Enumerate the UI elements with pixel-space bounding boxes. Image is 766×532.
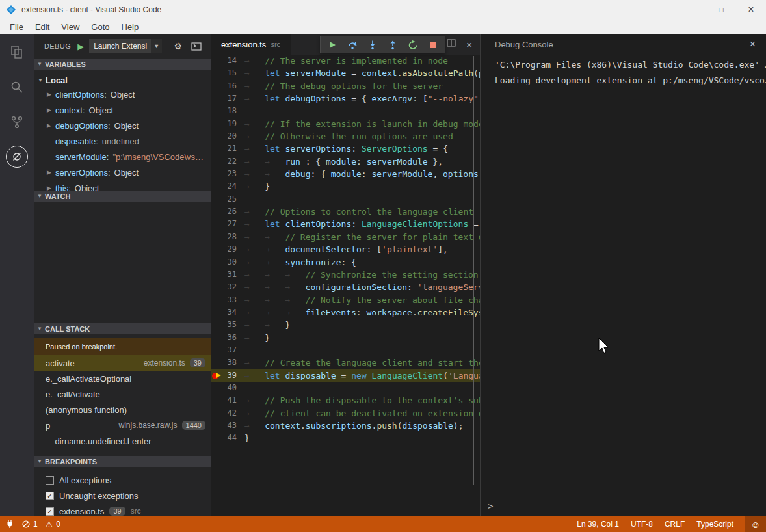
code-line[interactable]: 36→}: [211, 332, 480, 344]
variable-row[interactable]: ▶debugOptions:Object: [34, 118, 211, 133]
variable-row[interactable]: ▶serverOptions:Object: [34, 165, 211, 180]
code-line[interactable]: 22→→run : { module: serverModule },: [211, 155, 480, 168]
twisty-icon: ▶: [47, 107, 55, 113]
code-line[interactable]: 24→}: [211, 180, 480, 193]
code-line[interactable]: 30→→synchronize: {: [211, 256, 480, 269]
explorer-icon[interactable]: [8, 43, 26, 61]
stack-frame[interactable]: e._callActivate: [34, 386, 211, 402]
configure-gear-icon[interactable]: ⚙: [174, 41, 182, 51]
menu-edit[interactable]: Edit: [29, 21, 55, 33]
call-stack-section-title: CALL STACK: [45, 325, 90, 333]
code-editor[interactable]: 14→// The server is implemented in node1…: [211, 55, 480, 516]
code-line[interactable]: 38→// Create the language client and sta…: [211, 356, 480, 369]
line-number: 14: [221, 55, 244, 67]
close-panel-icon[interactable]: ×: [750, 38, 756, 50]
language-indicator[interactable]: TypeScript: [696, 520, 733, 529]
debug-icon[interactable]: [6, 146, 28, 168]
stack-frame[interactable]: activateextension.ts39: [34, 355, 211, 371]
breakpoints-section-header[interactable]: ▼ BREAKPOINTS: [34, 456, 211, 467]
cursor-position[interactable]: Ln 39, Col 1: [577, 520, 619, 529]
variable-row[interactable]: serverModule:"p:\mseng\VSCode\vs…: [34, 149, 211, 165]
code-line[interactable]: 43→context.subscriptions.push(disposable…: [211, 419, 480, 432]
variables-section-header[interactable]: ▼ VARIABLES: [34, 59, 211, 70]
code-line[interactable]: 17→let debugOptions = { execArgv: ["--no…: [211, 92, 480, 105]
console-output: 'C:\Program Files (x86)\Visual Studio Co…: [481, 55, 766, 496]
warning-count[interactable]: ⚠ 0: [46, 520, 60, 529]
breakpoint-row[interactable]: ✓Uncaught exceptions: [34, 488, 211, 503]
code-line[interactable]: 44}: [211, 432, 480, 444]
code-line[interactable]: 19→// If the extension is launch in debu…: [211, 118, 480, 130]
code-line[interactable]: 29→→documentSelector: ['plaintext'],: [211, 243, 480, 256]
repl-input[interactable]: >: [481, 496, 766, 516]
encoding-indicator[interactable]: UTF-8: [631, 520, 653, 529]
step-out-button[interactable]: [388, 40, 398, 50]
code-line[interactable]: 27→let clientOptions: LanguageClientOpti…: [211, 218, 480, 230]
code-line[interactable]: 21→let serverOptions: ServerOptions = {: [211, 142, 480, 155]
step-into-button[interactable]: [367, 40, 378, 50]
code-line[interactable]: 33→→→// Notify the server about file cha: [211, 294, 480, 306]
checkbox[interactable]: ✓: [46, 507, 54, 516]
code-line[interactable]: 18: [211, 105, 480, 117]
maximize-button[interactable]: □: [706, 0, 736, 20]
code-line[interactable]: 32→→→configurationSection: 'languageServ: [211, 281, 480, 293]
variable-row[interactable]: ▶clientOptions:Object: [34, 86, 211, 102]
split-editor-icon[interactable]: [446, 38, 456, 51]
eol-indicator[interactable]: CRLF: [665, 520, 685, 529]
code-line[interactable]: 15→let serverModule = context.asAbsolute…: [211, 67, 480, 79]
code-line[interactable]: 31→→→// Synchronize the setting section: [211, 269, 480, 281]
code-line[interactable]: 35→→}: [211, 319, 480, 331]
code-line[interactable]: 34→→→fileEvents: workspace.createFileSys: [211, 306, 480, 319]
continue-button[interactable]: [327, 40, 337, 50]
open-console-icon[interactable]: [191, 42, 202, 51]
variable-row[interactable]: ▶context:Object: [34, 102, 211, 118]
stack-frame[interactable]: e._callActivateOptional: [34, 371, 211, 386]
menu-file[interactable]: File: [4, 21, 29, 33]
code-line[interactable]: 37: [211, 344, 480, 356]
code-line[interactable]: 14→// The server is implemented in node: [211, 55, 480, 67]
code-line[interactable]: 23→→debug: { module: serverModule, optio…: [211, 168, 480, 180]
variable-row[interactable]: ▶this:Object: [34, 180, 211, 191]
git-icon[interactable]: [8, 113, 26, 131]
watch-section-header[interactable]: ▼ WATCH: [34, 191, 211, 202]
menu-help[interactable]: Help: [116, 21, 145, 33]
search-icon[interactable]: [8, 78, 26, 96]
call-stack-section-header[interactable]: ▼ CALL STACK: [34, 323, 211, 334]
launch-config-dropdown[interactable]: Launch Extensi ▼: [89, 39, 162, 53]
start-debug-button[interactable]: ▶: [77, 42, 84, 51]
code-line[interactable]: 41→// Push the disposable to the context…: [211, 394, 480, 406]
editor-scrollbar[interactable]: [473, 56, 474, 485]
debug-sidebar-title: DEBUG: [44, 42, 71, 50]
code-line[interactable]: 20→// Otherwise the run options are used: [211, 130, 480, 142]
stack-frame[interactable]: __dirname.undefined.Lenter: [34, 433, 211, 449]
tab-whitespace-icon: →: [285, 281, 305, 293]
breakpoint-glyph[interactable]: [211, 369, 221, 382]
code-line[interactable]: 25: [211, 193, 480, 206]
scope-local[interactable]: ▼ Local: [34, 73, 211, 86]
code-line[interactable]: 42→// client can be deactivated on exten…: [211, 407, 480, 419]
step-over-button[interactable]: [347, 40, 358, 50]
debug-status-icon[interactable]: [5, 520, 14, 529]
breakpoint-row[interactable]: ✓extension.ts39src: [34, 503, 211, 516]
menu-view[interactable]: View: [55, 21, 85, 33]
code-line[interactable]: 16→// The debug options for the server: [211, 80, 480, 92]
code-line[interactable]: 39→let disposable = new LanguageClient('…: [211, 369, 480, 382]
tab-extension-ts[interactable]: extension.ts src: [211, 34, 291, 55]
restart-button[interactable]: [408, 40, 418, 50]
close-button[interactable]: ×: [736, 0, 766, 20]
minimize-button[interactable]: –: [676, 0, 706, 20]
stop-button[interactable]: [428, 40, 438, 50]
code-line[interactable]: 40: [211, 382, 480, 394]
error-count[interactable]: 1: [22, 520, 38, 529]
code-line[interactable]: 26→// Options to control the language cl…: [211, 206, 480, 218]
feedback-smiley-icon[interactable]: ☺: [745, 516, 766, 532]
token: (: [443, 371, 448, 380]
menu-goto[interactable]: Goto: [85, 21, 115, 33]
checkbox[interactable]: ✓: [46, 492, 54, 500]
breakpoint-row[interactable]: All exceptions: [34, 472, 211, 488]
code-line[interactable]: 28→→// Register the server for plain tex…: [211, 231, 480, 243]
close-editor-icon[interactable]: ×: [466, 39, 472, 50]
stack-frame[interactable]: pwinjs.base.raw.js1440: [34, 418, 211, 433]
variable-row[interactable]: disposable:undefined: [34, 133, 211, 149]
checkbox[interactable]: [46, 476, 54, 485]
stack-frame[interactable]: (anonymous function): [34, 402, 211, 418]
